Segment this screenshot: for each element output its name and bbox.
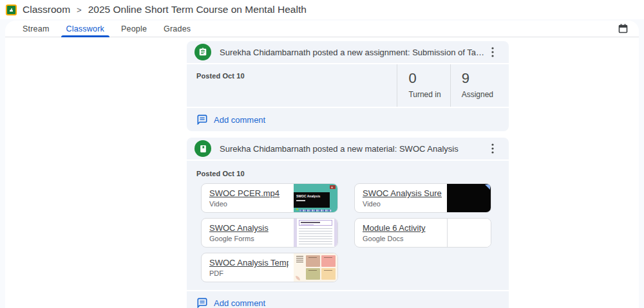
app-header: Classroom > 2025 Online Short Term Cours… (0, 0, 644, 19)
webcam-overlay (330, 185, 336, 189)
assignment-icon (194, 44, 211, 60)
stat-turned-in: 0 Turned in (397, 64, 450, 107)
pdf-square (321, 268, 336, 280)
form-margin (334, 219, 337, 247)
forms-thumbnail (294, 219, 337, 247)
attachment-type: Video (363, 200, 442, 208)
attachment-title-link[interactable]: Module 6 Activity (363, 223, 442, 233)
assignment-card-body: Posted Oct 10 0 Turned in 9 Assigned (187, 64, 509, 108)
stat-assigned-label: Assigned (462, 90, 493, 99)
stat-assigned: 9 Assigned (450, 64, 502, 107)
tab-bar: Stream Classwork People Grades (5, 21, 639, 37)
attachment-swoc-analysis-form[interactable]: SWOC Analysis Google Forms (201, 218, 338, 248)
breadcrumb-course-name: 2025 Online Short Term Course on Mental … (88, 4, 307, 15)
logo-person (10, 8, 13, 12)
attachment-module-6-activity-doc[interactable]: Module 6 Activity Google Docs (354, 218, 491, 248)
material-card-body: Posted Oct 10 SWOC PCER.mp4 Video SWOC A… (187, 161, 509, 291)
attachment-text: Module 6 Activity Google Docs (355, 219, 447, 247)
pdf-thumbnail (294, 253, 337, 282)
attachment-type: Google Docs (363, 235, 442, 242)
tab-grades[interactable]: Grades (155, 21, 199, 37)
material-card: Surekha Chidambarnath posted a new mater… (187, 138, 509, 308)
attachment-title-link[interactable]: SWOC Analysis Templ… (209, 258, 289, 267)
video-thumbnail (447, 184, 491, 212)
breadcrumb-app-name[interactable]: Classroom (23, 4, 70, 15)
attachment-text: SWOC Analysis Templ… PDF (202, 253, 294, 282)
pdf-leaf-decoration (296, 276, 300, 280)
material-card-title: Surekha Chidambarnath posted a new mater… (220, 144, 459, 154)
attachment-type: Google Forms (209, 235, 289, 242)
posted-date: Posted Oct 10 (196, 71, 245, 80)
stream-cards: Surekha Chidambarnath posted a new assig… (187, 41, 509, 308)
pdf-quadrants (306, 255, 336, 280)
main-panel: Stream Classwork People Grades (5, 21, 639, 308)
slide-text-box: SWOC Analysis (294, 192, 330, 208)
stat-assigned-value: 9 (462, 71, 493, 86)
corner-glyph (485, 185, 490, 190)
comment-icon (197, 298, 207, 308)
filmstrip (299, 210, 332, 212)
stat-turned-in-value: 0 (408, 71, 440, 86)
video-thumbnail: SWOC Analysis (294, 184, 337, 212)
slide-line (296, 200, 305, 201)
material-card-header[interactable]: Surekha Chidambarnath posted a new mater… (187, 138, 509, 161)
classwork-content: Surekha Chidambarnath posted a new assig… (5, 37, 639, 308)
add-comment-label: Add comment (214, 298, 265, 308)
pdf-side-text (296, 256, 303, 262)
assignment-card: Surekha Chidambarnath posted a new assig… (187, 41, 509, 131)
attachment-swoc-analysis-video[interactable]: SWOC Analysis Surekh… Video (354, 183, 491, 213)
add-comment-label: Add comment (214, 115, 265, 125)
assignment-kebab-icon[interactable] (486, 45, 500, 59)
slide-dot (296, 208, 298, 210)
attachment-text: SWOC Analysis Surekh… Video (355, 184, 447, 212)
assignment-add-comment[interactable]: Add comment (187, 108, 509, 131)
slide-title: SWOC Analysis (296, 194, 330, 198)
assignment-card-header[interactable]: Surekha Chidambarnath posted a new assig… (187, 41, 509, 64)
attachment-title-link[interactable]: SWOC PCER.mp4 (209, 188, 289, 198)
attachment-swoc-pcer-video[interactable]: SWOC PCER.mp4 Video SWOC Analysis (201, 183, 338, 213)
attachment-type: Video (209, 200, 289, 208)
classroom-logo-icon[interactable] (6, 5, 17, 15)
form-header (299, 220, 332, 226)
attachment-title-link[interactable]: SWOC Analysis (209, 223, 289, 233)
attachment-swoc-template-pdf[interactable]: SWOC Analysis Templ… PDF (201, 253, 338, 282)
material-kebab-icon[interactable] (486, 141, 500, 156)
posted-date: Posted Oct 10 (196, 168, 498, 177)
attachment-title-link[interactable]: SWOC Analysis Surekh… (363, 188, 442, 198)
tab-stream[interactable]: Stream (14, 21, 58, 37)
assignment-card-title: Surekha Chidambarnath posted a new assig… (220, 48, 486, 57)
attachment-text: SWOC Analysis Google Forms (202, 219, 294, 247)
pdf-square (306, 255, 320, 267)
material-add-comment[interactable]: Add comment (187, 291, 509, 308)
docs-thumbnail (447, 219, 491, 247)
pdf-square (306, 268, 320, 280)
stat-turned-in-label: Turned in (408, 90, 440, 99)
attachment-grid: SWOC PCER.mp4 Video SWOC Analysis (201, 183, 498, 282)
form-lines (299, 228, 332, 245)
tab-classwork[interactable]: Classwork (58, 21, 113, 37)
calendar-icon[interactable] (616, 22, 630, 36)
breadcrumb-separator: > (77, 5, 82, 15)
form-margin (294, 219, 297, 247)
attachment-text: SWOC PCER.mp4 Video (202, 184, 294, 212)
tab-spacer (199, 21, 616, 37)
assignment-stats: 0 Turned in 9 Assigned (397, 64, 502, 107)
attachment-type: PDF (209, 269, 289, 277)
comment-icon (197, 114, 207, 125)
material-icon (194, 140, 211, 157)
tab-people[interactable]: People (113, 21, 155, 37)
pdf-square (321, 255, 336, 267)
